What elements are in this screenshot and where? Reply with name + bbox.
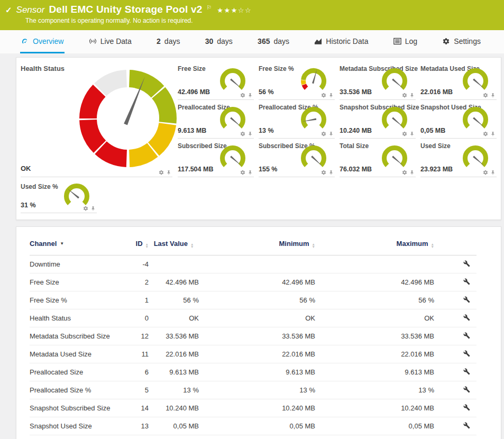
edit-channel-button[interactable] xyxy=(463,386,470,393)
last-value: 10.240 MB xyxy=(149,399,199,417)
gauge-controls xyxy=(483,170,496,175)
maximum-value xyxy=(315,255,434,273)
gear-icon[interactable] xyxy=(321,131,326,136)
gear-icon[interactable] xyxy=(483,93,488,98)
column-header-minimum[interactable]: Minimum▲▼ xyxy=(199,240,315,255)
pin-icon[interactable] xyxy=(90,206,96,211)
maximum-value: 10.240 MB xyxy=(315,399,434,417)
gauge-subscribed-size-pct[interactable]: Subscribed Size %155 % xyxy=(259,139,335,177)
pin-icon[interactable] xyxy=(328,131,334,136)
gauge-used-size-pct[interactable]: Used Size %31 % xyxy=(21,179,97,213)
tab-30-days[interactable]: 30days xyxy=(204,30,234,53)
channel-row-preallocated-size-pct: Preallocated Size %513 %13 %13 % xyxy=(30,381,476,399)
gear-icon[interactable] xyxy=(240,170,245,175)
column-label: ID xyxy=(136,240,143,248)
log-icon xyxy=(393,38,401,45)
gear-icon[interactable] xyxy=(83,206,88,211)
column-header-id[interactable]: ID▲▼ xyxy=(127,240,149,255)
gauge-dial xyxy=(218,144,248,171)
gauge-metadata-used-size[interactable]: Metadata Used Size22.016 MB xyxy=(420,61,497,100)
edit-channel-button[interactable] xyxy=(463,332,470,339)
pin-icon[interactable] xyxy=(328,93,334,98)
gauge-bottom-row: Used Size %31 % xyxy=(21,179,497,213)
gear-icon[interactable] xyxy=(240,131,245,136)
gauge-snapshot-used-size[interactable]: Snapshot Used Size0,05 MB xyxy=(420,100,497,139)
pin-icon[interactable] xyxy=(248,93,253,98)
tab-label: Historic Data xyxy=(326,37,368,45)
tab-settings[interactable]: Settings xyxy=(441,30,482,53)
gear-icon[interactable] xyxy=(402,170,407,175)
column-header-channel[interactable]: Channel▼ xyxy=(30,240,127,255)
gear-icon[interactable] xyxy=(402,131,407,136)
gauge-used-size[interactable]: Used Size23.923 MB xyxy=(420,139,497,177)
gauge-health-status[interactable]: Health Status OK xyxy=(21,61,172,177)
tab-label: days xyxy=(164,37,180,45)
tab-label: Settings xyxy=(454,37,481,45)
gauge-preallocated-size[interactable]: Preallocated Size9.613 MB xyxy=(178,100,254,139)
edit-channel-button[interactable] xyxy=(463,350,470,357)
pin-icon[interactable] xyxy=(328,170,334,175)
edit-channel-button[interactable] xyxy=(463,314,470,321)
gauge-snapshot-subscribed-size[interactable]: Snapshot Subscribed Size10.240 MB xyxy=(340,100,416,139)
pin-icon[interactable] xyxy=(490,93,496,98)
prtg-sensor-page: ✓ Sensor Dell EMC Unity Storage Pool v2 … xyxy=(0,0,504,439)
pin-icon[interactable] xyxy=(490,131,496,136)
gauge-subscribed-size[interactable]: Subscribed Size117.504 MB xyxy=(178,139,254,177)
edit-channel-button[interactable] xyxy=(463,404,470,411)
gear-icon[interactable] xyxy=(321,170,326,175)
maximum-value: OK xyxy=(315,309,434,327)
gauge-dial xyxy=(461,106,490,132)
gear-icon[interactable] xyxy=(483,170,488,175)
tab-label: days xyxy=(273,37,289,45)
edit-channel-button[interactable] xyxy=(463,278,470,285)
channels-table: Channel▼ID▲▼Last Value▲▼Minimum▲▼Maximum… xyxy=(30,240,476,435)
edit-channel-button[interactable] xyxy=(463,296,470,303)
edit-cell xyxy=(434,381,476,399)
flag-icon[interactable]: ⚐ xyxy=(206,4,212,11)
gear-icon[interactable] xyxy=(321,93,326,98)
gauge-controls xyxy=(321,93,334,98)
edit-channel-button[interactable] xyxy=(463,260,470,267)
tab-log[interactable]: Log xyxy=(392,30,418,53)
pin-icon[interactable] xyxy=(409,170,415,175)
column-header-last-value[interactable]: Last Value▲▼ xyxy=(149,240,199,255)
gear-icon[interactable] xyxy=(483,131,488,136)
tab-overview[interactable]: Overview xyxy=(20,30,65,53)
pin-icon[interactable] xyxy=(409,131,415,136)
channel-name: Health Status xyxy=(30,309,127,327)
pin-icon[interactable] xyxy=(409,93,415,98)
tab-2-days[interactable]: 2days xyxy=(155,30,181,53)
gear-icon[interactable] xyxy=(159,170,164,175)
pin-icon[interactable] xyxy=(248,170,253,175)
pin-icon[interactable] xyxy=(490,170,496,175)
column-header-maximum[interactable]: Maximum▲▼ xyxy=(315,240,434,255)
gauge-free-size-pct[interactable]: Free Size %56 % xyxy=(259,61,335,100)
maximum-value: 56 % xyxy=(315,291,434,309)
gauge-dial xyxy=(380,106,409,132)
pin-icon[interactable] xyxy=(248,131,253,136)
channel-name: Preallocated Size % xyxy=(30,381,127,399)
channel-name: Downtime xyxy=(30,255,127,273)
gauge-free-size[interactable]: Free Size42.496 MB xyxy=(178,61,254,100)
channel-name: Free Size % xyxy=(30,291,127,309)
gauge-metadata-subscribed-size[interactable]: Metadata Subscribed Size33.536 MB xyxy=(340,61,416,100)
edit-channel-button[interactable] xyxy=(463,422,470,429)
tab-365-days[interactable]: 365days xyxy=(256,30,290,53)
tab-historic-data[interactable]: Historic Data xyxy=(313,30,369,53)
priority-stars[interactable]: ★★★☆☆ xyxy=(217,6,252,14)
pin-icon[interactable] xyxy=(166,170,171,175)
tab-label: Log xyxy=(405,37,417,45)
edit-channel-button[interactable] xyxy=(463,368,470,375)
gauge-controls xyxy=(402,93,415,98)
gauge-value: 23.923 MB xyxy=(420,166,453,173)
gear-icon[interactable] xyxy=(240,93,245,98)
column-label: Channel xyxy=(30,240,57,248)
channel-name: Metadata Subscribed Size xyxy=(30,327,127,345)
gauge-controls xyxy=(83,206,96,211)
gauge-preallocated-size-pct[interactable]: Preallocated Size %13 % xyxy=(259,100,335,139)
tab-live-data[interactable]: Live Data xyxy=(88,30,133,53)
edit-cell xyxy=(434,255,476,273)
tab-bar: OverviewLive Data2days30days365daysHisto… xyxy=(0,30,504,53)
gear-icon[interactable] xyxy=(402,93,407,98)
gauge-total-size[interactable]: Total Size76.032 MB xyxy=(340,139,416,177)
